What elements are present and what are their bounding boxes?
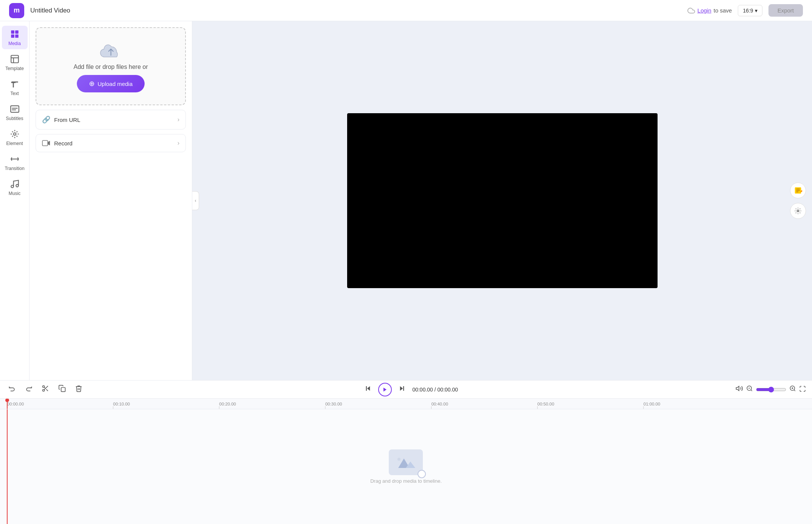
timeline-ruler: 00:00.00 00:10.00 00:20.00 00:30.00 00:4…	[0, 399, 812, 409]
svg-text:00:20.00: 00:20.00	[219, 402, 236, 406]
svg-rect-0	[11, 30, 14, 34]
rewind-button[interactable]	[362, 384, 374, 395]
svg-marker-33	[400, 386, 403, 391]
svg-line-28	[44, 387, 45, 388]
svg-marker-17	[48, 141, 50, 145]
video-preview	[347, 113, 658, 288]
undo-button[interactable]	[6, 383, 18, 396]
notes-button[interactable]	[790, 182, 806, 198]
timeline-toolbar: 00:00.00 / 00:00.00	[0, 381, 812, 399]
svg-marker-32	[383, 387, 387, 391]
drop-placeholder-icon	[394, 455, 417, 470]
volume-button[interactable]	[736, 385, 743, 394]
fullscreen-button[interactable]	[799, 385, 806, 394]
svg-text:00:00.00: 00:00.00	[7, 402, 24, 406]
chevron-right-icon: ›	[178, 116, 179, 123]
zoom-in-icon	[789, 385, 796, 392]
drop-area: Drag and drop media to timeline.	[370, 449, 442, 484]
collapse-handle[interactable]: ‹	[192, 191, 199, 210]
cut-button[interactable]	[39, 383, 51, 396]
element-icon	[9, 129, 20, 139]
svg-marker-35	[736, 386, 739, 391]
svg-rect-29	[61, 388, 65, 392]
zoom-in-button[interactable]	[789, 385, 796, 394]
zoom-slider[interactable]	[756, 387, 786, 393]
sidebar-item-music-label: Music	[9, 191, 20, 196]
svg-rect-3	[15, 34, 19, 38]
sidebar-item-element-label: Element	[6, 141, 23, 146]
right-tools	[790, 182, 806, 219]
svg-line-40	[794, 390, 795, 391]
sidebar-item-text-label: Text	[10, 91, 19, 96]
timeline-right-controls	[736, 385, 806, 394]
video-title: Untitled Video	[30, 7, 70, 14]
upload-cloud-icon	[100, 40, 122, 59]
sidebar-item-subtitles-label: Subtitles	[6, 116, 23, 121]
sidebar-item-template-label: Template	[5, 66, 24, 71]
play-icon	[382, 387, 388, 392]
record-label: Record	[54, 140, 72, 147]
svg-point-25	[43, 390, 45, 391]
sidebar-item-media-label: Media	[8, 41, 21, 46]
play-button[interactable]	[378, 383, 392, 396]
record-option[interactable]: Record ›	[36, 134, 186, 152]
svg-point-12	[13, 133, 16, 136]
notes-icon	[794, 186, 802, 195]
media-panel: Add file or drop files here or ⊕ Upload …	[30, 21, 192, 380]
from-url-label: From URL	[54, 117, 80, 123]
cut-icon	[42, 385, 49, 392]
sidebar: Media Template T Text	[0, 21, 30, 380]
copy-button[interactable]	[56, 383, 68, 396]
sidebar-item-element[interactable]: Element	[2, 126, 28, 149]
from-url-option[interactable]: 🔗 From URL ›	[36, 110, 186, 129]
svg-rect-1	[15, 30, 19, 34]
svg-text:00:10.00: 00:10.00	[113, 402, 130, 406]
svg-rect-16	[42, 140, 48, 146]
top-bar-right: Login to save 16:9 ▾ Export	[687, 4, 803, 17]
upload-area: Add file or drop files here or ⊕ Upload …	[36, 27, 186, 105]
forward-button[interactable]	[396, 384, 408, 395]
sidebar-item-text[interactable]: T Text	[2, 76, 28, 99]
subtitles-icon	[9, 104, 20, 114]
svg-point-59	[397, 458, 401, 461]
svg-text:00:30.00: 00:30.00	[325, 402, 342, 406]
svg-line-37	[751, 390, 752, 391]
settings-button[interactable]	[790, 203, 806, 219]
collapse-icon: ‹	[195, 198, 196, 203]
aspect-ratio-button[interactable]: 16:9 ▾	[738, 5, 762, 16]
svg-text:00:50.00: 00:50.00	[538, 402, 554, 406]
svg-point-14	[11, 185, 14, 188]
playback-controls: 00:00.00 / 00:00.00	[89, 383, 731, 396]
sidebar-item-media[interactable]: Media	[2, 26, 28, 49]
delete-button[interactable]	[73, 383, 85, 396]
bottom-section: 00:00.00 / 00:00.00	[0, 380, 812, 524]
fullscreen-icon	[799, 385, 806, 392]
sidebar-item-template[interactable]: Template	[2, 51, 28, 74]
forward-icon	[399, 385, 405, 392]
to-save-text: to save	[714, 7, 732, 14]
main-layout: Media Template T Text	[0, 21, 812, 380]
drop-hint-text: Drag and drop media to timeline.	[370, 478, 442, 484]
current-time-display: 00:00.00 / 00:00.00	[412, 387, 458, 393]
svg-point-24	[43, 386, 45, 388]
svg-rect-2	[11, 34, 14, 38]
media-icon	[9, 29, 20, 39]
settings-icon	[794, 207, 802, 215]
upload-media-button[interactable]: ⊕ Upload media	[77, 75, 145, 92]
sidebar-item-subtitles[interactable]: Subtitles	[2, 101, 28, 124]
cloud-icon	[687, 7, 695, 14]
zoom-out-button[interactable]	[746, 385, 753, 394]
svg-rect-34	[403, 386, 404, 391]
upload-hint-text: Add file or drop files here or	[73, 64, 148, 70]
delete-icon	[75, 385, 83, 392]
sidebar-item-music[interactable]: Music	[2, 176, 28, 199]
svg-line-27	[46, 389, 48, 391]
zoom-out-icon	[746, 385, 753, 392]
login-link[interactable]: Login	[697, 7, 711, 14]
redo-button[interactable]	[23, 383, 35, 396]
top-bar-left: m Untitled Video	[9, 3, 70, 18]
export-button[interactable]: Export	[768, 4, 803, 17]
sidebar-item-transition[interactable]: Transition	[2, 151, 28, 174]
text-icon: T	[9, 79, 20, 89]
link-icon: 🔗	[42, 115, 50, 124]
